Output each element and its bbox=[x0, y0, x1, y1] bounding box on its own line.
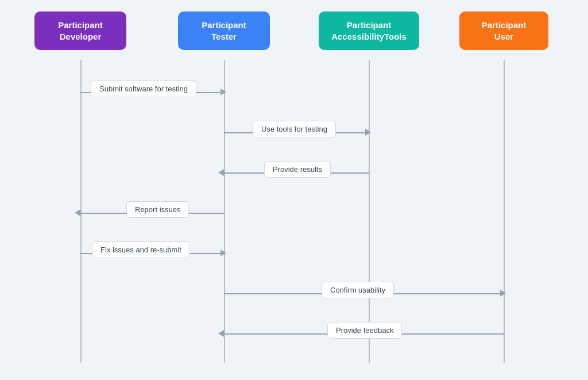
participant-developer: Participant Developer bbox=[34, 11, 126, 50]
lifeline-developer bbox=[80, 60, 82, 363]
lifeline-accessibility bbox=[369, 60, 370, 363]
lifeline-user bbox=[504, 60, 505, 363]
participant-user: Participant User bbox=[459, 11, 548, 50]
participant-tester: Participant Tester bbox=[178, 11, 270, 50]
participant-accessibility: ParticipantAccessibilityTools bbox=[319, 11, 419, 50]
sequence-diagram: Participant Developer Participant Tester… bbox=[0, 0, 588, 380]
lifeline-tester bbox=[224, 60, 225, 363]
